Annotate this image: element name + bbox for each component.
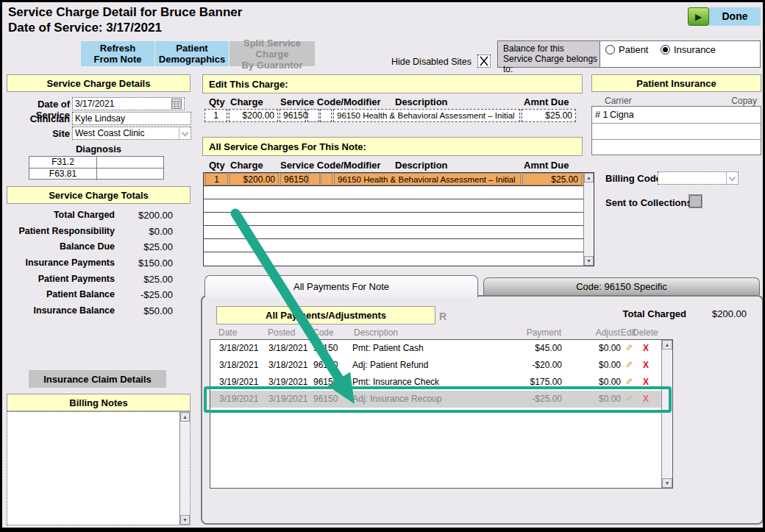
empty-charge-row[interactable] [204,199,583,213]
all-charges-column-headers: Qty Charge Service Code/Modifier Descrip… [203,160,583,171]
total-row-label: Insurance Payments [7,258,115,268]
all-payments-adjustments-header: All Payments/Adjustments [216,306,435,324]
tab-code-specific[interactable]: Code: 96150 Specific [483,277,760,295]
scroll-down-icon[interactable]: ▼ [584,256,594,266]
site-dropdown[interactable]: West Coast Clinic [72,127,191,140]
edit-icon[interactable]: ✎ [622,377,636,387]
payment-row-empty[interactable] [210,475,661,488]
run-button[interactable]: ▶ [688,7,709,26]
description-field[interactable]: 96150 Health & Behavioral Assessment – I… [333,109,520,122]
payments-column-headers: Date Posted Code Description Payment Adj… [210,327,672,338]
service-charge-detail-window: Service Charge Detail for Bruce Banner D… [0,0,765,532]
payment-row-empty[interactable] [210,441,661,459]
empty-charge-row[interactable] [204,213,583,226]
edit-icon[interactable]: ✎ [622,360,636,370]
diagnosis-table: F31.2 F63.81 [29,156,164,180]
insurance-list: # 1 Cigna [591,106,761,155]
scroll-down-icon[interactable]: ▼ [180,515,190,525]
scroll-up-icon[interactable]: ▲ [662,340,672,350]
clinician-label: Clinician [7,113,70,124]
total-row-label: Balance Due [7,241,115,252]
done-button[interactable]: Done [709,7,761,26]
patient-demographics-button[interactable]: Patient Demographics [155,41,229,66]
billing-notes-scrollbar[interactable]: ▲ ▼ [179,412,190,525]
payment-row[interactable]: 3/19/2021 3/19/2021 96150 Pmt: Insurance… [210,374,661,391]
payment-row-empty[interactable] [210,408,661,425]
insurance-carrier: Cigna [610,110,634,120]
insurance-row-empty[interactable] [592,124,761,140]
delete-icon[interactable]: X [639,343,652,353]
date-of-service-input[interactable]: 3/17/2021 [72,97,185,110]
page-title: Service Charge Detail for Bruce Banner [8,5,242,20]
total-row-value: $25.00 [118,241,173,252]
amnt-due-input[interactable]: $25.00 [522,109,576,122]
billing-notes-textarea[interactable] [7,411,191,525]
calendar-icon[interactable] [171,99,182,109]
edit-charge-row: 1 $200.00 96150 96150 Health & Behaviora… [203,109,583,122]
total-row-label: Patient Payments [7,274,115,284]
edit-icon[interactable]: ✎ [622,394,636,404]
delete-icon[interactable]: X [639,394,652,404]
play-icon: ▶ [695,12,702,22]
billing-code-label: Billing Code [605,173,661,184]
service-charge-details-header: Service Charge Details [7,74,191,92]
diagnosis-code[interactable]: F31.2 [29,157,97,169]
sent-to-collections-label: Sent to Collections [605,197,692,208]
modifier1-input[interactable] [307,109,319,122]
service-code-input[interactable]: 96150 [280,109,306,122]
clinician-input[interactable]: Kyle Lindsay [72,112,191,125]
empty-charge-row[interactable] [204,226,583,239]
radio-insurance[interactable] [661,45,670,54]
insurance-row[interactable]: # 1 Cigna [592,107,761,124]
r-marker: R [439,311,446,322]
payment-row-empty[interactable] [210,425,661,442]
insurance-rank: # 1 [595,110,608,120]
total-row-value: $50.00 [118,305,173,316]
payments-total-charged-label: Total Charged [613,308,686,319]
edit-icon[interactable]: ✎ [622,343,636,353]
qty-input[interactable]: 1 [204,109,227,122]
copay-column-label: Copay [731,96,757,106]
split-service-charge-button[interactable]: Split Service Charge By Guarantor [230,41,315,66]
refresh-from-note-button[interactable]: Refresh From Note [81,41,154,66]
total-row-label: Patient Responsibility [7,226,115,236]
diagnosis-code[interactable]: F63.81 [29,169,97,180]
checked-x-icon [479,56,489,66]
payment-row[interactable]: 3/18/2021 3/18/2021 96150 Adj: Patient R… [210,357,661,375]
insurance-claim-details-button[interactable]: Insurance Claim Details [29,370,166,388]
delete-icon[interactable]: X [639,377,652,387]
insurance-row-empty[interactable] [592,140,761,155]
scroll-up-icon[interactable]: ▲ [180,412,190,422]
total-row-value: $150.00 [118,258,173,269]
payment-row-empty[interactable] [210,458,661,476]
all-service-charges-header: All Service Charges For This Note: [202,137,583,156]
billing-code-dropdown[interactable] [658,171,739,185]
service-charge-row-selected[interactable]: 1 $200.00 96150 96150 Health & Behaviora… [204,173,583,186]
service-charge-totals-header: Service Charge Totals [7,186,191,204]
modifier2-input[interactable] [320,109,332,122]
scroll-up-icon[interactable]: ▲ [584,173,594,182]
charge-input[interactable]: $200.00 [229,109,278,122]
empty-charge-row[interactable] [204,252,583,265]
scroll-down-icon[interactable]: ▼ [662,478,672,488]
sent-to-collections-checkbox[interactable] [689,195,702,208]
empty-charge-row[interactable] [204,239,583,252]
radio-patient[interactable] [605,45,615,54]
radio-insurance-label: Insurance [674,44,716,55]
balance-label-line2: Service Charge belongs to: [503,54,599,74]
billing-notes-header: Billing Notes [7,394,191,411]
hide-disabled-sites-label: Hide Disabled Sites [385,57,472,67]
site-label: Site [7,128,70,139]
carrier-column-label: Carrier [605,96,632,106]
payments-scrollbar[interactable]: ▲ ▼ [661,340,672,488]
payment-row-highlighted[interactable]: 3/19/2021 3/19/2021 96150 Adj: Insurance… [210,391,661,408]
empty-charge-row[interactable] [204,186,583,199]
diagnosis-code-empty[interactable] [97,157,164,169]
payment-row[interactable]: 3/18/2021 3/18/2021 96150 Pmt: Patient C… [210,340,661,358]
hide-disabled-sites-checkbox[interactable] [477,54,491,68]
tab-all-payments[interactable]: All Payments For Note [204,275,478,297]
balance-belongs-to-group: Balance for this Service Charge belongs … [497,40,761,68]
all-charges-scrollbar[interactable]: ▲ ▼ [583,173,594,266]
payments-table: 3/18/2021 3/18/2021 96150 Pmt: Patient C… [210,339,673,489]
delete-icon[interactable]: X [639,360,652,370]
